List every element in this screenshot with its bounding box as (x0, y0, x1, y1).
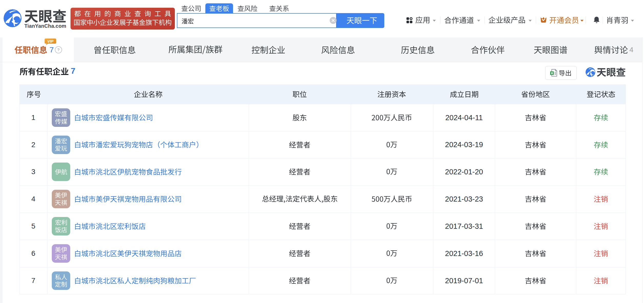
svg-text:VIP: VIP (47, 39, 54, 43)
svg-text:?: ? (57, 48, 59, 52)
